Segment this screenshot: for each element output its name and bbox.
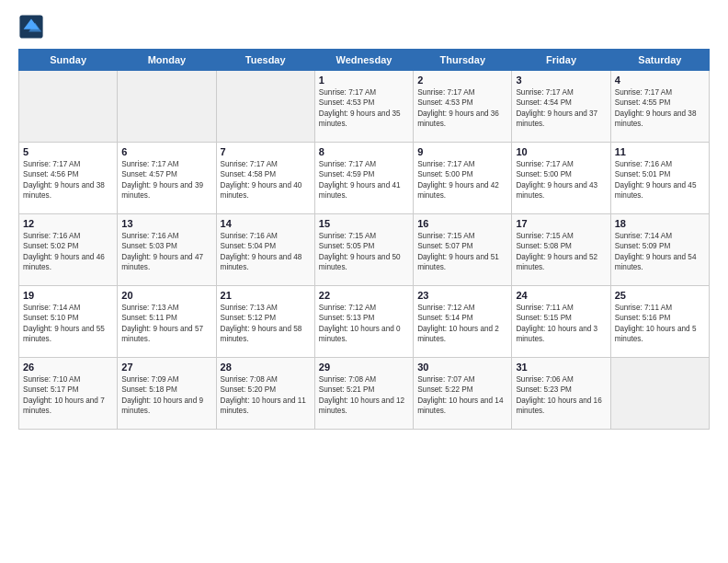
day-number: 18 — [615, 218, 705, 229]
calendar-cell: 14Sunrise: 7:16 AM Sunset: 5:04 PM Dayli… — [216, 214, 314, 286]
weekday-header: Sunday — [19, 50, 118, 71]
calendar-body: 1Sunrise: 7:17 AM Sunset: 4:53 PM Daylig… — [19, 71, 710, 430]
calendar-cell: 2Sunrise: 7:17 AM Sunset: 4:53 PM Daylig… — [414, 71, 512, 143]
calendar-cell: 28Sunrise: 7:08 AM Sunset: 5:20 PM Dayli… — [216, 358, 314, 430]
calendar-cell: 30Sunrise: 7:07 AM Sunset: 5:22 PM Dayli… — [414, 358, 512, 430]
day-info: Sunrise: 7:15 AM Sunset: 5:08 PM Dayligh… — [516, 231, 606, 273]
day-number: 25 — [615, 290, 705, 301]
day-number: 26 — [23, 362, 113, 373]
calendar-cell: 29Sunrise: 7:08 AM Sunset: 5:21 PM Dayli… — [314, 358, 413, 430]
day-number: 29 — [319, 362, 409, 373]
day-number: 12 — [23, 218, 113, 229]
day-info: Sunrise: 7:17 AM Sunset: 4:53 PM Dayligh… — [417, 87, 507, 130]
calendar-cell: 26Sunrise: 7:10 AM Sunset: 5:17 PM Dayli… — [19, 358, 118, 430]
day-info: Sunrise: 7:17 AM Sunset: 4:55 PM Dayligh… — [615, 87, 705, 130]
day-info: Sunrise: 7:17 AM Sunset: 4:58 PM Dayligh… — [221, 159, 311, 201]
day-number: 17 — [516, 218, 606, 229]
day-info: Sunrise: 7:15 AM Sunset: 5:05 PM Dayligh… — [319, 231, 409, 273]
calendar-cell: 17Sunrise: 7:15 AM Sunset: 5:08 PM Dayli… — [512, 214, 610, 286]
day-number: 27 — [121, 362, 211, 373]
day-number: 5 — [23, 146, 113, 157]
calendar-week-row: 12Sunrise: 7:16 AM Sunset: 5:02 PM Dayli… — [19, 214, 710, 286]
calendar-cell: 23Sunrise: 7:12 AM Sunset: 5:14 PM Dayli… — [414, 286, 512, 358]
calendar-cell: 9Sunrise: 7:17 AM Sunset: 5:00 PM Daylig… — [414, 143, 512, 214]
day-number: 20 — [121, 290, 211, 301]
day-number: 31 — [516, 362, 606, 373]
weekday-header: Saturday — [610, 50, 709, 71]
day-info: Sunrise: 7:12 AM Sunset: 5:13 PM Dayligh… — [319, 303, 409, 345]
header-row: SundayMondayTuesdayWednesdayThursdayFrid… — [19, 50, 710, 71]
calendar-week-row: 1Sunrise: 7:17 AM Sunset: 4:53 PM Daylig… — [19, 71, 710, 143]
day-number: 23 — [417, 290, 507, 301]
logo — [18, 14, 48, 40]
weekday-header: Monday — [118, 50, 216, 71]
day-number: 9 — [417, 146, 507, 157]
day-info: Sunrise: 7:13 AM Sunset: 5:11 PM Dayligh… — [121, 303, 211, 345]
day-number: 4 — [615, 75, 705, 86]
weekday-header: Tuesday — [216, 50, 314, 71]
calendar-cell: 16Sunrise: 7:15 AM Sunset: 5:07 PM Dayli… — [414, 214, 512, 286]
calendar-cell: 10Sunrise: 7:17 AM Sunset: 5:00 PM Dayli… — [512, 143, 610, 214]
calendar-cell — [118, 71, 216, 143]
calendar-cell: 12Sunrise: 7:16 AM Sunset: 5:02 PM Dayli… — [19, 214, 118, 286]
day-info: Sunrise: 7:17 AM Sunset: 4:59 PM Dayligh… — [319, 159, 409, 201]
calendar-week-row: 26Sunrise: 7:10 AM Sunset: 5:17 PM Dayli… — [19, 358, 710, 430]
calendar-cell — [610, 358, 709, 430]
day-info: Sunrise: 7:10 AM Sunset: 5:17 PM Dayligh… — [23, 374, 113, 417]
calendar-cell — [216, 71, 314, 143]
day-number: 8 — [319, 146, 409, 157]
calendar-cell: 5Sunrise: 7:17 AM Sunset: 4:56 PM Daylig… — [19, 143, 118, 214]
calendar-cell: 27Sunrise: 7:09 AM Sunset: 5:18 PM Dayli… — [118, 358, 216, 430]
calendar-cell: 19Sunrise: 7:14 AM Sunset: 5:10 PM Dayli… — [19, 286, 118, 358]
day-info: Sunrise: 7:17 AM Sunset: 4:53 PM Dayligh… — [319, 87, 409, 130]
day-info: Sunrise: 7:17 AM Sunset: 4:56 PM Dayligh… — [23, 159, 113, 201]
day-number: 16 — [417, 218, 507, 229]
calendar-week-row: 19Sunrise: 7:14 AM Sunset: 5:10 PM Dayli… — [19, 286, 710, 358]
day-info: Sunrise: 7:08 AM Sunset: 5:21 PM Dayligh… — [319, 374, 409, 417]
day-number: 13 — [121, 218, 211, 229]
calendar-cell: 22Sunrise: 7:12 AM Sunset: 5:13 PM Dayli… — [314, 286, 413, 358]
day-number: 30 — [417, 362, 507, 373]
calendar-cell: 6Sunrise: 7:17 AM Sunset: 4:57 PM Daylig… — [118, 143, 216, 214]
day-number: 6 — [121, 146, 211, 157]
calendar-cell: 8Sunrise: 7:17 AM Sunset: 4:59 PM Daylig… — [314, 143, 413, 214]
day-info: Sunrise: 7:16 AM Sunset: 5:02 PM Dayligh… — [23, 231, 113, 273]
calendar-cell: 3Sunrise: 7:17 AM Sunset: 4:54 PM Daylig… — [512, 71, 610, 143]
day-info: Sunrise: 7:17 AM Sunset: 4:57 PM Dayligh… — [121, 159, 211, 201]
day-number: 19 — [23, 290, 113, 301]
calendar-cell: 31Sunrise: 7:06 AM Sunset: 5:23 PM Dayli… — [512, 358, 610, 430]
day-info: Sunrise: 7:11 AM Sunset: 5:16 PM Dayligh… — [615, 303, 705, 345]
day-info: Sunrise: 7:15 AM Sunset: 5:07 PM Dayligh… — [417, 231, 507, 273]
day-info: Sunrise: 7:13 AM Sunset: 5:12 PM Dayligh… — [221, 303, 311, 345]
weekday-header: Thursday — [414, 50, 512, 71]
day-info: Sunrise: 7:08 AM Sunset: 5:20 PM Dayligh… — [221, 374, 311, 417]
calendar-cell: 25Sunrise: 7:11 AM Sunset: 5:16 PM Dayli… — [610, 286, 709, 358]
calendar-cell — [19, 71, 118, 143]
calendar-cell: 15Sunrise: 7:15 AM Sunset: 5:05 PM Dayli… — [314, 214, 413, 286]
day-info: Sunrise: 7:14 AM Sunset: 5:09 PM Dayligh… — [615, 231, 705, 273]
day-number: 15 — [319, 218, 409, 229]
day-info: Sunrise: 7:07 AM Sunset: 5:22 PM Dayligh… — [417, 374, 507, 417]
day-number: 1 — [319, 75, 409, 86]
day-number: 2 — [417, 75, 507, 86]
day-number: 24 — [516, 290, 606, 301]
day-info: Sunrise: 7:14 AM Sunset: 5:10 PM Dayligh… — [23, 303, 113, 345]
day-info: Sunrise: 7:17 AM Sunset: 4:54 PM Dayligh… — [516, 87, 606, 130]
day-info: Sunrise: 7:11 AM Sunset: 5:15 PM Dayligh… — [516, 303, 606, 345]
day-number: 3 — [516, 75, 606, 86]
calendar-cell: 24Sunrise: 7:11 AM Sunset: 5:15 PM Dayli… — [512, 286, 610, 358]
calendar-cell: 11Sunrise: 7:16 AM Sunset: 5:01 PM Dayli… — [610, 143, 709, 214]
day-number: 22 — [319, 290, 409, 301]
calendar-cell: 18Sunrise: 7:14 AM Sunset: 5:09 PM Dayli… — [610, 214, 709, 286]
day-info: Sunrise: 7:06 AM Sunset: 5:23 PM Dayligh… — [516, 374, 606, 417]
calendar-header: SundayMondayTuesdayWednesdayThursdayFrid… — [19, 50, 710, 71]
day-info: Sunrise: 7:16 AM Sunset: 5:01 PM Dayligh… — [615, 159, 705, 201]
weekday-header: Friday — [512, 50, 610, 71]
calendar-cell: 13Sunrise: 7:16 AM Sunset: 5:03 PM Dayli… — [118, 214, 216, 286]
weekday-header: Wednesday — [314, 50, 413, 71]
day-number: 28 — [221, 362, 311, 373]
day-info: Sunrise: 7:16 AM Sunset: 5:04 PM Dayligh… — [221, 231, 311, 273]
day-info: Sunrise: 7:12 AM Sunset: 5:14 PM Dayligh… — [417, 303, 507, 345]
day-info: Sunrise: 7:17 AM Sunset: 5:00 PM Dayligh… — [516, 159, 606, 201]
calendar-cell: 7Sunrise: 7:17 AM Sunset: 4:58 PM Daylig… — [216, 143, 314, 214]
